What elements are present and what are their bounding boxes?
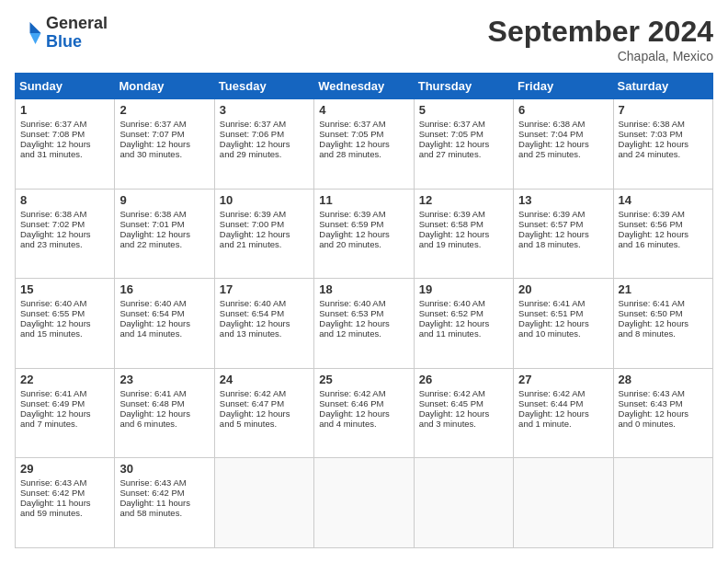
calendar-cell: 1Sunrise: 6:37 AMSunset: 7:08 PMDaylight… [16, 99, 115, 190]
day-info-line: Sunset: 7:03 PM [619, 129, 708, 139]
day-info-line: Daylight: 12 hours [20, 139, 109, 149]
day-info-line: Daylight: 12 hours [20, 408, 109, 419]
calendar-cell: 9Sunrise: 6:38 AMSunset: 7:01 PMDaylight… [115, 189, 214, 279]
day-info-line: and 28 minutes. [319, 149, 408, 159]
day-number: 28 [619, 373, 708, 386]
day-info-line: Daylight: 11 hours [119, 498, 209, 508]
day-info-line: Daylight: 12 hours [220, 229, 309, 239]
day-info-line: Sunset: 6:57 PM [518, 219, 608, 229]
day-info-line: Sunset: 6:46 PM [319, 398, 408, 408]
day-info-line: Daylight: 12 hours [518, 229, 608, 239]
day-info-line: Daylight: 12 hours [419, 318, 508, 328]
day-info-line: Sunset: 7:01 PM [119, 219, 209, 229]
svg-marker-1 [30, 33, 41, 44]
day-info-line: Sunset: 6:42 PM [119, 488, 209, 498]
day-info-line: Sunrise: 6:40 AM [319, 298, 408, 308]
calendar-cell: 14Sunrise: 6:39 AMSunset: 6:56 PMDayligh… [613, 189, 712, 279]
calendar-cell: 19Sunrise: 6:40 AMSunset: 6:52 PMDayligh… [414, 279, 513, 369]
calendar-cell: 20Sunrise: 6:41 AMSunset: 6:51 PMDayligh… [514, 279, 613, 369]
day-info-line: and 13 minutes. [220, 328, 309, 339]
day-info-line: Sunset: 7:08 PM [20, 129, 109, 139]
day-info-line: Daylight: 12 hours [119, 139, 209, 149]
day-info-line: Daylight: 12 hours [619, 139, 708, 149]
calendar-cell: 25Sunrise: 6:42 AMSunset: 6:46 PMDayligh… [314, 368, 414, 458]
day-info-line: and 19 minutes. [419, 239, 508, 249]
calendar-week-row: 1Sunrise: 6:37 AMSunset: 7:08 PMDaylight… [16, 99, 713, 190]
day-info-line: Sunset: 6:53 PM [319, 308, 408, 318]
calendar-cell: 13Sunrise: 6:39 AMSunset: 6:57 PMDayligh… [514, 189, 613, 279]
day-number: 11 [319, 193, 408, 207]
logo: General Blue [15, 15, 108, 52]
day-info-line: and 15 minutes. [20, 328, 109, 339]
day-info-line: Sunrise: 6:37 AM [319, 119, 408, 129]
day-info-line: Sunset: 6:59 PM [319, 219, 408, 229]
logo-general-text: General [46, 15, 108, 33]
day-number: 23 [119, 373, 209, 386]
day-number: 15 [20, 282, 109, 296]
day-info-line: Sunrise: 6:38 AM [619, 119, 708, 129]
day-info-line: Sunrise: 6:42 AM [419, 388, 508, 398]
day-info-line: Sunrise: 6:37 AM [419, 119, 508, 129]
day-info-line: Daylight: 12 hours [518, 139, 608, 149]
day-info-line: Sunrise: 6:37 AM [20, 119, 109, 129]
calendar-cell: 29Sunrise: 6:43 AMSunset: 6:42 PMDayligh… [16, 458, 115, 548]
day-info-line: Daylight: 12 hours [220, 139, 309, 149]
calendar-cell: 11Sunrise: 6:39 AMSunset: 6:59 PMDayligh… [314, 189, 414, 279]
col-header-sunday: Sunday [16, 74, 115, 99]
day-info-line: and 23 minutes. [20, 239, 109, 249]
day-info-line: and 25 minutes. [518, 149, 608, 159]
day-info-line: Daylight: 12 hours [319, 139, 408, 149]
day-info-line: Daylight: 12 hours [20, 318, 109, 328]
logo-text: General Blue [46, 15, 108, 52]
day-number: 10 [220, 193, 309, 207]
day-info-line: Sunset: 6:48 PM [119, 398, 209, 408]
day-info-line: Daylight: 12 hours [220, 408, 309, 419]
day-info-line: and 59 minutes. [20, 508, 109, 518]
day-info-line: Daylight: 12 hours [319, 229, 408, 239]
calendar-week-row: 22Sunrise: 6:41 AMSunset: 6:49 PMDayligh… [16, 368, 713, 458]
day-number: 2 [119, 103, 209, 117]
header: General Blue September 2024 Chapala, Mex… [15, 15, 713, 63]
day-info-line: Daylight: 12 hours [20, 229, 109, 239]
day-info-line: and 6 minutes. [119, 419, 209, 429]
day-info-line: Sunset: 7:06 PM [220, 129, 309, 139]
day-info-line: Daylight: 12 hours [319, 318, 408, 328]
day-number: 20 [518, 282, 608, 296]
day-info-line: Sunrise: 6:37 AM [220, 119, 309, 129]
day-number: 29 [20, 462, 109, 476]
day-number: 5 [419, 103, 508, 117]
day-number: 26 [419, 373, 508, 386]
day-info-line: Sunset: 6:42 PM [20, 488, 109, 498]
day-info-line: Sunset: 6:51 PM [518, 308, 608, 318]
day-info-line: Daylight: 12 hours [119, 229, 209, 239]
day-number: 14 [619, 193, 708, 207]
day-info-line: Sunset: 6:50 PM [619, 308, 708, 318]
day-info-line: Sunset: 6:45 PM [419, 398, 508, 408]
calendar-week-row: 8Sunrise: 6:38 AMSunset: 7:02 PMDaylight… [16, 189, 713, 279]
logo-blue-text: Blue [46, 33, 108, 52]
col-header-friday: Friday [514, 74, 613, 99]
day-info-line: Sunrise: 6:41 AM [619, 298, 708, 308]
day-number: 3 [220, 103, 309, 117]
day-info-line: Sunrise: 6:40 AM [20, 298, 109, 308]
title-block: September 2024 Chapala, Mexico [488, 15, 713, 63]
calendar-table: SundayMondayTuesdayWednesdayThursdayFrid… [15, 73, 713, 548]
day-info-line: Sunset: 6:54 PM [220, 308, 309, 318]
day-number: 4 [319, 103, 408, 117]
calendar-cell: 12Sunrise: 6:39 AMSunset: 6:58 PMDayligh… [414, 189, 513, 279]
day-info-line: Daylight: 12 hours [419, 139, 508, 149]
day-info-line: Sunset: 6:47 PM [220, 398, 309, 408]
day-info-line: Daylight: 12 hours [619, 229, 708, 239]
day-info-line: and 24 minutes. [619, 149, 708, 159]
day-info-line: Daylight: 12 hours [619, 408, 708, 419]
day-info-line: and 7 minutes. [20, 419, 109, 429]
day-info-line: Daylight: 12 hours [619, 318, 708, 328]
day-info-line: Sunset: 7:02 PM [20, 219, 109, 229]
day-info-line: Daylight: 12 hours [518, 318, 608, 328]
day-info-line: Sunset: 7:05 PM [319, 129, 408, 139]
day-number: 13 [518, 193, 608, 207]
day-number: 8 [20, 193, 109, 207]
calendar-cell: 4Sunrise: 6:37 AMSunset: 7:05 PMDaylight… [314, 99, 414, 190]
calendar-cell: 17Sunrise: 6:40 AMSunset: 6:54 PMDayligh… [214, 279, 313, 369]
calendar-cell: 28Sunrise: 6:43 AMSunset: 6:43 PMDayligh… [613, 368, 712, 458]
